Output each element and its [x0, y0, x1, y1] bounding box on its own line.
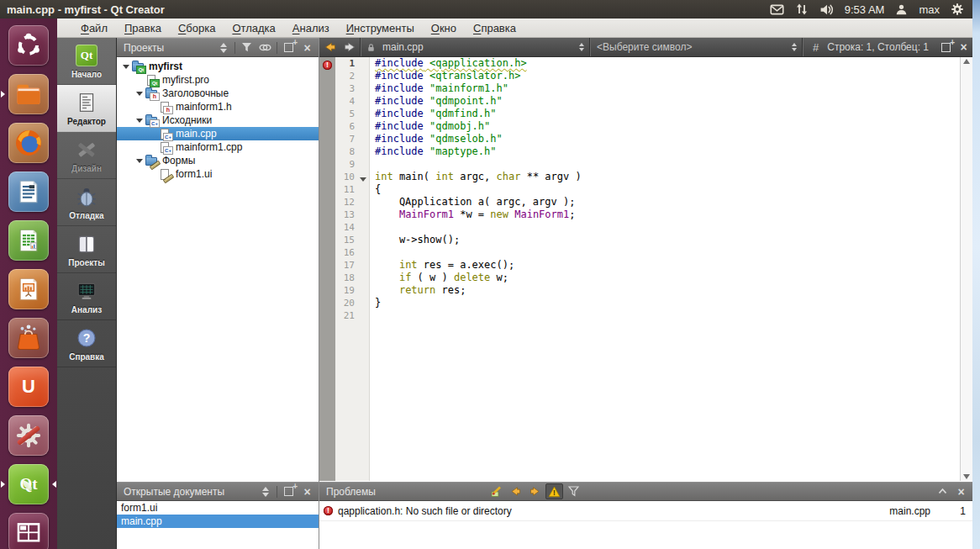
clock-label[interactable]: 9:53 AM	[845, 3, 885, 16]
mode-item-editor[interactable]: Редактор	[57, 85, 116, 132]
menu-item-6[interactable]: Инструменты	[338, 18, 423, 37]
system-settings-icon[interactable]	[8, 415, 49, 456]
code-line[interactable]: #include <qtranslator.h>	[370, 70, 960, 82]
sync-with-editor-icon[interactable]	[256, 40, 274, 55]
close-pane-icon[interactable]: ×	[298, 483, 316, 499]
gutter-cell[interactable]	[319, 171, 335, 183]
code-line[interactable]	[370, 246, 960, 259]
show-warnings-toggle-icon[interactable]: !	[545, 483, 563, 499]
tree-item-mainform1.h[interactable]: hmainform1.h	[117, 100, 319, 113]
code-text-column[interactable]: #include <qapplication.h>#include <qtran…	[370, 57, 960, 481]
mode-item-projects[interactable]: Проекты	[57, 226, 116, 273]
code-line[interactable]: if ( w ) delete w;	[370, 272, 960, 284]
gutter-cell[interactable]	[319, 297, 335, 309]
split-editor-icon[interactable]	[937, 40, 955, 55]
gutter-cell[interactable]	[319, 108, 335, 120]
ubuntu-one-icon[interactable]: U	[8, 367, 49, 407]
split-pane-icon[interactable]	[280, 40, 298, 55]
mode-item-analyze[interactable]: Анализ	[57, 273, 116, 320]
scrollbar-up-icon[interactable]	[963, 59, 970, 64]
annotate-pencil-icon[interactable]	[487, 483, 505, 499]
symbol-combo-arrows-icon[interactable]	[792, 43, 797, 51]
code-line[interactable]: #include "qdmobj.h"	[370, 120, 960, 133]
code-line[interactable]: int res = a.exec();	[370, 259, 960, 272]
expander-icon[interactable]	[120, 65, 131, 69]
mode-item-design[interactable]: Дизайн	[57, 132, 116, 179]
gutter-cell[interactable]	[319, 145, 335, 158]
pane-selector-arrows-icon[interactable]	[256, 483, 274, 499]
expander-icon[interactable]	[134, 92, 145, 96]
line-number-toggle-icon[interactable]: #	[813, 41, 819, 54]
gutter-cell[interactable]	[319, 234, 335, 246]
code-line[interactable]: return res;	[370, 284, 960, 297]
ubuntu-dash-icon[interactable]	[8, 25, 49, 66]
mail-icon[interactable]	[770, 3, 784, 17]
tree-item--[interactable]: C+Исходники	[117, 113, 319, 127]
firefox-icon[interactable]	[8, 123, 49, 163]
gutter-marker-column[interactable]: !	[319, 57, 335, 481]
gutter-cell[interactable]	[319, 246, 335, 259]
menu-item-1[interactable]: Файл	[72, 18, 116, 37]
tree-item-myfirst.pro[interactable]: Qtmyfirst.pro	[117, 73, 319, 87]
tree-item--[interactable]: Формы	[117, 154, 319, 167]
gutter-cell[interactable]	[319, 221, 335, 234]
symbol-selector[interactable]: <Выберите символ>	[590, 38, 802, 56]
software-center-icon[interactable]	[8, 318, 49, 358]
close-pane-icon[interactable]: ×	[952, 483, 970, 499]
code-line[interactable]: #include <qapplication.h>	[370, 57, 960, 70]
split-pane-icon[interactable]	[280, 483, 298, 499]
code-line[interactable]: w->show();	[370, 234, 960, 246]
code-line[interactable]	[370, 309, 960, 322]
code-line[interactable]: int main( int argc, char ** argv )	[370, 171, 960, 183]
scrollbar-down-icon[interactable]	[963, 474, 970, 479]
file-combo-arrows-icon[interactable]	[579, 43, 584, 51]
back-icon[interactable]	[319, 38, 340, 56]
code-line[interactable]: #include "maptype.h"	[370, 145, 960, 158]
menu-item-5[interactable]: Анализ	[284, 18, 338, 37]
code-line[interactable]	[370, 158, 960, 171]
code-line[interactable]: QApplication a( argc, argv );	[370, 196, 960, 209]
issue-row[interactable]: !qapplication.h: No such file or directo…	[319, 501, 972, 521]
tree-item-form1.ui[interactable]: form1.ui	[117, 167, 319, 181]
code-line[interactable]: #include "mainform1.h"	[370, 82, 960, 95]
gutter-cell[interactable]	[319, 309, 335, 322]
menu-item-8[interactable]: Справка	[465, 18, 524, 37]
code-line[interactable]	[370, 221, 960, 234]
gutter-cell[interactable]	[319, 183, 335, 196]
menu-item-7[interactable]: Окно	[423, 18, 465, 37]
workspace-switcher-icon[interactable]	[8, 513, 49, 549]
libreoffice-calc-icon[interactable]	[8, 220, 49, 261]
volume-icon[interactable]	[819, 3, 834, 17]
fold-column[interactable]	[358, 57, 370, 481]
menu-item-3[interactable]: Сборка	[170, 18, 224, 37]
open-document-form1.ui[interactable]: form1.ui	[117, 501, 319, 515]
tree-item-main.cpp[interactable]: C+main.cpp	[117, 127, 319, 140]
filter-funnel-icon[interactable]	[238, 40, 256, 55]
gutter-cell[interactable]	[319, 196, 335, 209]
gutter-cell[interactable]	[319, 133, 335, 145]
qt-creator-icon[interactable]: Qt	[8, 464, 49, 504]
pane-selector-arrows-icon[interactable]	[214, 40, 232, 55]
close-pane-icon[interactable]: ×	[298, 40, 316, 55]
code-line[interactable]: #include "qdmselob.h"	[370, 133, 960, 145]
gutter-cell[interactable]	[319, 120, 335, 133]
mode-item-help[interactable]: ?Справка	[57, 320, 116, 367]
code-line[interactable]: MainForm1 *w = new MainForm1;	[370, 209, 960, 221]
gutter-cell[interactable]	[319, 95, 335, 108]
gutter-cell[interactable]	[319, 158, 335, 171]
next-issue-icon[interactable]	[526, 483, 544, 499]
gutter-cell[interactable]	[319, 70, 335, 82]
close-editor-icon[interactable]: ×	[955, 40, 972, 55]
network-icon[interactable]	[795, 3, 809, 16]
files-icon[interactable]	[8, 74, 49, 114]
mode-item-qt-welcome[interactable]: QtНачало	[57, 38, 116, 85]
libreoffice-impress-icon[interactable]	[8, 269, 49, 309]
gutter-cell[interactable]: !	[319, 57, 335, 70]
code-line[interactable]: #include "qdmfind.h"	[370, 108, 960, 120]
expander-icon[interactable]	[134, 159, 145, 163]
editor-vertical-scrollbar[interactable]	[960, 57, 972, 481]
code-line[interactable]: }	[370, 297, 960, 309]
previous-issue-icon[interactable]	[507, 483, 524, 499]
username-label[interactable]: max	[919, 3, 940, 16]
expander-icon[interactable]	[134, 119, 145, 123]
